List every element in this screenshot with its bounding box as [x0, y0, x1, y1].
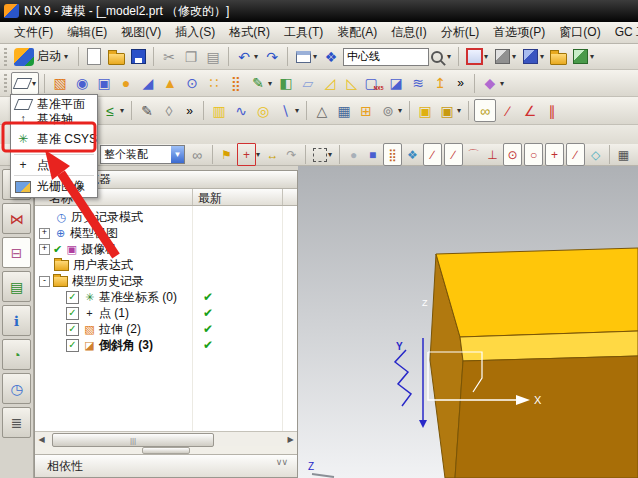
datum-dropdown-button[interactable]: ▾: [11, 72, 39, 95]
search-button[interactable]: ▾: [431, 49, 453, 65]
toolbar-overflow-button[interactable]: »: [452, 73, 469, 94]
chevron-down-icon[interactable]: ▾: [455, 106, 463, 115]
tree-row-extrude[interactable]: ✓ ▧ 拉伸 (2) ✔: [35, 321, 297, 337]
scrollbar-track[interactable]: |||: [48, 433, 284, 445]
sheet-button[interactable]: ▱: [298, 73, 318, 94]
chevron-down-icon[interactable]: ▾: [266, 79, 274, 88]
undo-button[interactable]: ↶ ▾: [234, 46, 260, 67]
sphere-button[interactable]: ●: [116, 73, 136, 94]
menu-format[interactable]: 格式(R): [223, 22, 276, 43]
selection-scope-select[interactable]: 整个装配 ▼: [100, 145, 185, 164]
boss-button[interactable]: ⊙: [182, 73, 202, 94]
cut-button[interactable]: ✂: [159, 46, 179, 67]
system-materials-tab[interactable]: ≣: [2, 407, 31, 438]
spring-button[interactable]: ∿: [231, 100, 251, 121]
offset-button[interactable]: ↥: [430, 73, 450, 94]
chevron-down-icon[interactable]: ▾: [326, 150, 334, 159]
scroll-left-icon[interactable]: ◀: [35, 435, 48, 444]
yellow-cubes-button[interactable]: ▣: [415, 100, 435, 121]
chevron-down-icon[interactable]: ▾: [482, 52, 490, 61]
midpoint-snap-button[interactable]: ∕: [444, 143, 463, 166]
display-mode-button[interactable]: ▾: [293, 46, 319, 67]
cube-select-button[interactable]: ■: [364, 144, 381, 165]
point-dialog-button[interactable]: ⣿: [383, 143, 402, 166]
expand-icon[interactable]: +: [39, 244, 50, 255]
cone-button[interactable]: ▲: [160, 73, 180, 94]
constraint-navigator-tab[interactable]: ⋈: [2, 203, 31, 234]
chevron-down-icon[interactable]: ▾: [396, 106, 404, 115]
slash-snap-button[interactable]: ∕: [566, 143, 585, 166]
menu-edit[interactable]: 编辑(E): [61, 22, 113, 43]
endpoint-snap-button[interactable]: ∕: [423, 143, 442, 166]
web-browser-tab[interactable]: ◔: [2, 339, 31, 370]
new-document-button[interactable]: [84, 46, 104, 67]
pattern-feature-button[interactable]: ⣿: [226, 73, 246, 94]
menu-assemblies[interactable]: 装配(A): [331, 22, 383, 43]
menu-gc-toolbox[interactable]: GC 工具箱: [609, 22, 638, 43]
start-button[interactable]: 启动 ▾: [11, 47, 73, 67]
sweep-button[interactable]: ∖ ▾: [275, 100, 301, 121]
reuse-library-tab[interactable]: ▤: [2, 271, 31, 302]
column-latest[interactable]: 最新: [198, 190, 222, 207]
chevron-down-icon[interactable]: ▾: [538, 52, 546, 61]
collapse-icon[interactable]: -: [39, 276, 50, 287]
open-folder2-button[interactable]: [548, 46, 568, 67]
panel-splitter[interactable]: [35, 446, 297, 454]
dependencies-header[interactable]: 相依性 ∨∨: [35, 454, 297, 477]
scrollbar-thumb[interactable]: |||: [52, 433, 214, 447]
selection-flag-button[interactable]: ⚑: [218, 144, 235, 165]
line-button[interactable]: ∕: [498, 100, 518, 121]
spreadsheet-button[interactable]: ▦: [334, 100, 354, 121]
collapse-chevron-icon[interactable]: ∨∨: [276, 457, 287, 467]
tree-row-point[interactable]: ✓ + 点 (1) ✔: [35, 305, 297, 321]
toolbar-overflow-button[interactable]: »: [181, 100, 198, 121]
sphere-select-button[interactable]: ●: [345, 144, 362, 165]
chevron-down-icon[interactable]: ▾: [498, 79, 506, 88]
extrude-button[interactable]: ▧: [50, 73, 70, 94]
bend-button[interactable]: ◿: [320, 73, 340, 94]
folder-plus-button[interactable]: ⊞: [356, 100, 376, 121]
info-tag-button[interactable]: ❖: [321, 46, 341, 67]
move-handles-button[interactable]: ↔: [264, 144, 281, 165]
datum-csys-lines[interactable]: [395, 350, 411, 406]
paste-button[interactable]: ▤: [203, 46, 223, 67]
plumb-snap-button[interactable]: ⊥: [484, 144, 501, 165]
yellow-cubes2-button[interactable]: ▣ ▾: [437, 100, 463, 121]
menu-window[interactable]: 窗口(O): [553, 22, 606, 43]
menu-item-point[interactable]: + 点: [11, 157, 97, 173]
sketch-figure-button[interactable]: ✎ ▾: [248, 73, 274, 94]
torus-button[interactable]: ◎: [253, 100, 273, 121]
chevron-down-icon[interactable]: ▾: [293, 106, 301, 115]
triangle-button[interactable]: △: [312, 100, 332, 121]
menu-information[interactable]: 信息(I): [385, 22, 432, 43]
rotate-handle-button[interactable]: ↷: [283, 144, 300, 165]
toolbar-grip[interactable]: [4, 48, 7, 66]
revolve-button[interactable]: ◉: [72, 73, 92, 94]
menu-view[interactable]: 视图(V): [115, 22, 167, 43]
history-tab[interactable]: ◷: [2, 373, 31, 404]
box-top-face[interactable]: [436, 248, 638, 337]
expand-icon[interactable]: +: [39, 228, 50, 239]
copy-button[interactable]: ❐: [181, 46, 201, 67]
tree-row-cameras[interactable]: + ✔ ▣ 摄像机: [35, 241, 297, 257]
shaded-view-button[interactable]: ▾: [520, 46, 546, 67]
erase-button[interactable]: ◊: [159, 100, 179, 121]
chevron-down-icon[interactable]: ▾: [254, 150, 262, 159]
center-snap-button[interactable]: ⊙: [503, 143, 522, 166]
checkbox[interactable]: ✓: [66, 291, 79, 304]
layout-view-button[interactable]: ▾: [570, 46, 596, 67]
menu-insert[interactable]: 插入(S): [169, 22, 221, 43]
chevron-down-icon[interactable]: ▼: [171, 146, 184, 163]
menu-preferences[interactable]: 首选项(P): [487, 22, 551, 43]
tree-row-datum-csys[interactable]: ✓ ✳ 基准坐标系 (0) ✔: [35, 289, 297, 305]
save-button[interactable]: [128, 46, 148, 67]
thicken-button[interactable]: ≋: [408, 73, 428, 94]
open-button[interactable]: [106, 46, 126, 67]
pattern-dots-button[interactable]: ∷: [204, 73, 224, 94]
marquee-select-button[interactable]: ▾: [311, 144, 334, 165]
chevron-down-icon[interactable]: ▾: [510, 52, 518, 61]
redo-button[interactable]: ↷: [262, 46, 282, 67]
menu-item-raster-image[interactable]: 光栅图像: [11, 178, 97, 195]
tree-row-history-mode[interactable]: ◷ 历史记录模式: [35, 209, 297, 225]
checkbox[interactable]: ✓: [66, 323, 79, 336]
